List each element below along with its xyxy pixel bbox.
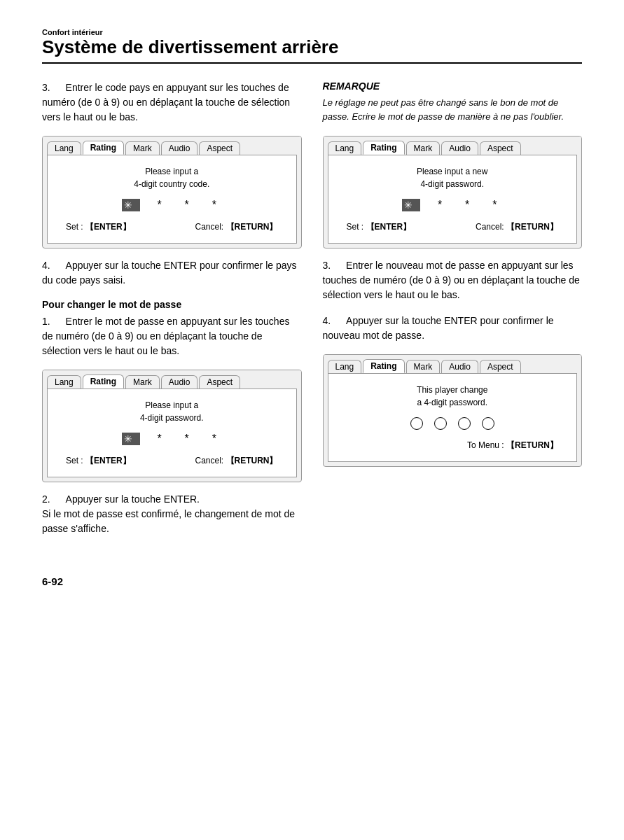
set-label-3: Set : 【ENTER】: [347, 221, 412, 233]
ui-tabs-1: Lang Rating Mark Audio Aspect: [43, 136, 301, 155]
tab-rating-2[interactable]: Rating: [83, 374, 124, 388]
tab-lang-1[interactable]: Lang: [47, 141, 81, 155]
tab-audio-1[interactable]: Audio: [161, 141, 198, 155]
set-btn-2[interactable]: 【ENTER】: [85, 456, 131, 465]
ui-tabs-4: Lang Rating Mark Audio Aspect: [324, 355, 582, 373]
ui-stars-2: ✳ * * *: [59, 433, 285, 445]
cancel-btn-1[interactable]: 【RETURN】: [226, 222, 278, 232]
cancel-label-2: Cancel: 【RETURN】: [195, 455, 277, 467]
circle-3: [458, 417, 471, 430]
tab-aspect-4[interactable]: Aspect: [480, 360, 521, 373]
ui-box-new-password: Lang Rating Mark Audio Aspect Please inp…: [323, 136, 583, 248]
tab-audio-4[interactable]: Audio: [441, 360, 478, 373]
right-column: REMARQUE Le réglage ne peut pas être cha…: [323, 80, 583, 547]
tab-mark-1[interactable]: Mark: [125, 141, 160, 155]
star-highlight-2: ✳: [122, 433, 140, 445]
cancel-label-3: Cancel: 【RETURN】: [476, 221, 558, 233]
ui-content-1: Please input a4-digit country code. ✳ * …: [47, 155, 297, 244]
tab-aspect-3[interactable]: Aspect: [480, 141, 521, 155]
header-subtitle: Confort intérieur: [42, 28, 582, 36]
note-box: REMARQUE Le réglage ne peut pas être cha…: [323, 80, 583, 123]
ui-msg-2: Please input a4-digit password.: [59, 399, 285, 424]
heading-change-password: Pour changer le mot de passe: [42, 299, 302, 310]
ui-stars-3: ✳ * * *: [340, 199, 566, 211]
circle-1: [410, 417, 423, 430]
main-content: 3. Entrer le code pays en appuyant sur l…: [42, 80, 582, 547]
page-number: 6-92: [42, 575, 582, 587]
left-step-1: 1. Entrer le mot de passe en appuyant su…: [42, 314, 302, 358]
tab-mark-3[interactable]: Mark: [406, 141, 441, 155]
header-title: Système de divertissement arrière: [42, 36, 582, 58]
tab-lang-3[interactable]: Lang: [328, 141, 362, 155]
ui-box-country-code: Lang Rating Mark Audio Aspect Please inp…: [42, 136, 302, 248]
left-step-3: 3. Entrer le code pays en appuyant sur l…: [42, 80, 302, 125]
page-header: Confort intérieur Système de divertissem…: [42, 28, 582, 64]
left-step-4: 4. Appuyer sur la touche ENTER pour conf…: [42, 258, 302, 288]
tab-rating-4[interactable]: Rating: [363, 359, 404, 373]
ui-content-4: This player changea 4-digit password. To…: [328, 373, 578, 462]
note-text: Le réglage ne peut pas être changé sans …: [323, 96, 583, 123]
tab-lang-2[interactable]: Lang: [47, 375, 81, 388]
star-highlight-1: ✳: [122, 199, 140, 211]
ui-msg-3: Please input a new4-digit password.: [340, 165, 566, 190]
tab-aspect-2[interactable]: Aspect: [199, 375, 240, 388]
tab-aspect-1[interactable]: Aspect: [199, 141, 240, 155]
tab-rating-1[interactable]: Rating: [83, 141, 124, 155]
set-btn-3[interactable]: 【ENTER】: [366, 222, 412, 232]
to-menu-label-4: To Menu : 【RETURN】: [467, 440, 558, 451]
ui-msg-4: This player changea 4-digit password.: [340, 384, 566, 409]
star-highlight-3: ✳: [402, 199, 420, 211]
ui-tabs-3: Lang Rating Mark Audio Aspect: [324, 136, 582, 155]
ui-buttons-3: Set : 【ENTER】 Cancel: 【RETURN】: [340, 221, 566, 233]
tab-mark-4[interactable]: Mark: [406, 360, 441, 373]
ui-content-3: Please input a new4-digit password. ✳ * …: [328, 155, 578, 244]
to-menu-btn-4[interactable]: 【RETURN】: [506, 440, 558, 450]
set-label-2: Set : 【ENTER】: [66, 455, 131, 467]
circle-2: [434, 417, 447, 430]
set-label-1: Set : 【ENTER】: [66, 221, 131, 233]
ui-content-2: Please input a4-digit password. ✳ * * * …: [47, 388, 297, 477]
ui-msg-1: Please input a4-digit country code.: [59, 165, 285, 190]
tab-audio-2[interactable]: Audio: [161, 375, 198, 388]
set-btn-1[interactable]: 【ENTER】: [85, 222, 131, 232]
circle-4: [482, 417, 494, 430]
tab-mark-2[interactable]: Mark: [125, 375, 160, 388]
ui-circles: [340, 417, 566, 430]
ui-box-password-input: Lang Rating Mark Audio Aspect Please inp…: [42, 370, 302, 482]
tab-lang-4[interactable]: Lang: [328, 360, 362, 373]
ui-buttons-1: Set : 【ENTER】 Cancel: 【RETURN】: [59, 221, 285, 233]
cancel-btn-2[interactable]: 【RETURN】: [226, 456, 278, 465]
ui-buttons-2: Set : 【ENTER】 Cancel: 【RETURN】: [59, 455, 285, 467]
left-step-2: 2. Appuyer sur la touche ENTER.Si le mot…: [42, 492, 302, 536]
right-step-3: 3. Entrer le nouveau mot de passe en app…: [323, 258, 583, 302]
right-step-4: 4. Appuyer sur la touche ENTER pour conf…: [323, 314, 583, 343]
cancel-btn-3[interactable]: 【RETURN】: [506, 222, 558, 232]
ui-stars-1: ✳ * * *: [59, 199, 285, 211]
ui-box-password-changed: Lang Rating Mark Audio Aspect This playe…: [323, 354, 583, 467]
tab-audio-3[interactable]: Audio: [441, 141, 478, 155]
left-column: 3. Entrer le code pays en appuyant sur l…: [42, 80, 302, 547]
cancel-label-1: Cancel: 【RETURN】: [195, 221, 277, 233]
tab-rating-3[interactable]: Rating: [363, 141, 404, 155]
ui-buttons-4: To Menu : 【RETURN】: [340, 440, 566, 451]
ui-tabs-2: Lang Rating Mark Audio Aspect: [43, 370, 301, 388]
note-title: REMARQUE: [323, 80, 583, 92]
